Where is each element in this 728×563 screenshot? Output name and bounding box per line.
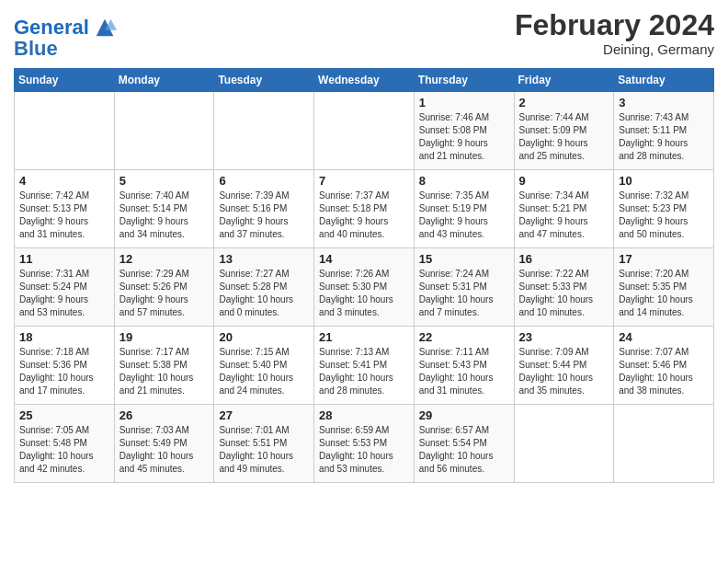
calendar-cell: 26Sunrise: 7:03 AM Sunset: 5:49 PM Dayli… bbox=[114, 405, 214, 483]
calendar-cell bbox=[214, 92, 314, 170]
day-content: Sunrise: 7:20 AM Sunset: 5:35 PM Dayligh… bbox=[619, 268, 709, 319]
calendar-cell: 8Sunrise: 7:35 AM Sunset: 5:19 PM Daylig… bbox=[414, 170, 514, 248]
calendar-cell: 21Sunrise: 7:13 AM Sunset: 5:41 PM Dayli… bbox=[314, 327, 415, 405]
day-content: Sunrise: 7:34 AM Sunset: 5:21 PM Dayligh… bbox=[519, 190, 609, 241]
day-number: 9 bbox=[519, 174, 609, 188]
day-content: Sunrise: 7:24 AM Sunset: 5:31 PM Dayligh… bbox=[419, 268, 509, 319]
day-number: 22 bbox=[419, 330, 509, 344]
day-content: Sunrise: 7:11 AM Sunset: 5:43 PM Dayligh… bbox=[419, 346, 509, 397]
calendar-cell: 27Sunrise: 7:01 AM Sunset: 5:51 PM Dayli… bbox=[214, 405, 314, 483]
day-content: Sunrise: 7:40 AM Sunset: 5:14 PM Dayligh… bbox=[119, 190, 210, 241]
calendar-cell: 29Sunrise: 6:57 AM Sunset: 5:54 PM Dayli… bbox=[414, 405, 514, 483]
calendar-cell bbox=[114, 92, 214, 170]
day-number: 19 bbox=[119, 330, 210, 344]
day-content: Sunrise: 7:37 AM Sunset: 5:18 PM Dayligh… bbox=[319, 190, 409, 241]
day-content: Sunrise: 7:03 AM Sunset: 5:49 PM Dayligh… bbox=[119, 424, 210, 476]
logo-icon bbox=[92, 15, 118, 40]
header-cell-wednesday: Wednesday bbox=[314, 69, 415, 92]
calendar-cell: 13Sunrise: 7:27 AM Sunset: 5:28 PM Dayli… bbox=[214, 248, 314, 327]
day-content: Sunrise: 7:05 AM Sunset: 5:48 PM Dayligh… bbox=[19, 424, 109, 476]
calendar-cell: 28Sunrise: 6:59 AM Sunset: 5:53 PM Dayli… bbox=[314, 405, 415, 483]
day-content: Sunrise: 7:42 AM Sunset: 5:13 PM Dayligh… bbox=[19, 190, 109, 241]
calendar-cell: 15Sunrise: 7:24 AM Sunset: 5:31 PM Dayli… bbox=[414, 248, 514, 327]
calendar-cell: 16Sunrise: 7:22 AM Sunset: 5:33 PM Dayli… bbox=[514, 248, 614, 327]
day-number: 3 bbox=[619, 96, 709, 109]
day-number: 12 bbox=[119, 252, 210, 266]
logo-general: General bbox=[14, 16, 89, 39]
day-content: Sunrise: 7:31 AM Sunset: 5:24 PM Dayligh… bbox=[19, 268, 109, 319]
calendar-cell: 6Sunrise: 7:39 AM Sunset: 5:16 PM Daylig… bbox=[214, 170, 314, 248]
calendar-cell: 7Sunrise: 7:37 AM Sunset: 5:18 PM Daylig… bbox=[314, 170, 415, 248]
calendar-cell: 19Sunrise: 7:17 AM Sunset: 5:38 PM Dayli… bbox=[114, 327, 214, 405]
day-number: 6 bbox=[219, 174, 309, 188]
day-content: Sunrise: 7:13 AM Sunset: 5:41 PM Dayligh… bbox=[319, 346, 409, 397]
calendar-cell: 1Sunrise: 7:46 AM Sunset: 5:08 PM Daylig… bbox=[414, 92, 514, 170]
day-content: Sunrise: 7:44 AM Sunset: 5:09 PM Dayligh… bbox=[519, 111, 609, 163]
header-cell-tuesday: Tuesday bbox=[214, 69, 314, 92]
calendar-cell: 24Sunrise: 7:07 AM Sunset: 5:46 PM Dayli… bbox=[614, 327, 714, 405]
calendar-cell: 10Sunrise: 7:32 AM Sunset: 5:23 PM Dayli… bbox=[614, 170, 714, 248]
day-number: 5 bbox=[119, 174, 210, 188]
calendar-cell: 11Sunrise: 7:31 AM Sunset: 5:24 PM Dayli… bbox=[15, 248, 115, 327]
calendar-cell: 5Sunrise: 7:40 AM Sunset: 5:14 PM Daylig… bbox=[114, 170, 214, 248]
calendar-header: SundayMondayTuesdayWednesdayThursdayFrid… bbox=[15, 69, 714, 92]
day-number: 27 bbox=[219, 408, 309, 422]
day-number: 21 bbox=[319, 330, 409, 344]
day-content: Sunrise: 7:01 AM Sunset: 5:51 PM Dayligh… bbox=[219, 424, 309, 476]
day-content: Sunrise: 7:22 AM Sunset: 5:33 PM Dayligh… bbox=[519, 268, 609, 319]
day-content: Sunrise: 6:59 AM Sunset: 5:53 PM Dayligh… bbox=[319, 424, 409, 476]
day-content: Sunrise: 7:15 AM Sunset: 5:40 PM Dayligh… bbox=[219, 346, 309, 397]
day-content: Sunrise: 7:26 AM Sunset: 5:30 PM Dayligh… bbox=[319, 268, 409, 319]
calendar-cell: 9Sunrise: 7:34 AM Sunset: 5:21 PM Daylig… bbox=[514, 170, 614, 248]
day-number: 14 bbox=[319, 252, 409, 266]
day-number: 7 bbox=[319, 174, 409, 188]
header-cell-thursday: Thursday bbox=[414, 69, 514, 92]
calendar-cell: 22Sunrise: 7:11 AM Sunset: 5:43 PM Dayli… bbox=[414, 327, 514, 405]
calendar-cell bbox=[15, 92, 115, 170]
day-number: 2 bbox=[519, 96, 609, 109]
day-number: 28 bbox=[319, 408, 409, 422]
header-cell-monday: Monday bbox=[114, 69, 214, 92]
calendar-cell: 23Sunrise: 7:09 AM Sunset: 5:44 PM Dayli… bbox=[514, 327, 614, 405]
calendar-cell: 25Sunrise: 7:05 AM Sunset: 5:48 PM Dayli… bbox=[15, 405, 115, 483]
day-number: 11 bbox=[19, 252, 109, 266]
day-number: 17 bbox=[619, 252, 709, 266]
day-content: Sunrise: 7:07 AM Sunset: 5:46 PM Dayligh… bbox=[619, 346, 709, 397]
page-subtitle: Deining, Germany bbox=[515, 41, 714, 57]
day-content: Sunrise: 7:27 AM Sunset: 5:28 PM Dayligh… bbox=[219, 268, 309, 319]
calendar-cell: 12Sunrise: 7:29 AM Sunset: 5:26 PM Dayli… bbox=[114, 248, 214, 327]
day-content: Sunrise: 7:29 AM Sunset: 5:26 PM Dayligh… bbox=[119, 268, 210, 319]
calendar-week-4: 18Sunrise: 7:18 AM Sunset: 5:36 PM Dayli… bbox=[15, 327, 714, 405]
day-number: 15 bbox=[419, 252, 509, 266]
day-content: Sunrise: 7:18 AM Sunset: 5:36 PM Dayligh… bbox=[19, 346, 109, 397]
day-content: Sunrise: 7:09 AM Sunset: 5:44 PM Dayligh… bbox=[519, 346, 609, 397]
day-content: Sunrise: 7:43 AM Sunset: 5:11 PM Dayligh… bbox=[619, 111, 709, 163]
day-content: Sunrise: 7:17 AM Sunset: 5:38 PM Dayligh… bbox=[119, 346, 210, 397]
day-content: Sunrise: 6:57 AM Sunset: 5:54 PM Dayligh… bbox=[419, 424, 509, 476]
calendar-cell: 14Sunrise: 7:26 AM Sunset: 5:30 PM Dayli… bbox=[314, 248, 415, 327]
calendar-week-2: 4Sunrise: 7:42 AM Sunset: 5:13 PM Daylig… bbox=[15, 170, 714, 248]
calendar-week-3: 11Sunrise: 7:31 AM Sunset: 5:24 PM Dayli… bbox=[15, 248, 714, 327]
calendar-week-1: 1Sunrise: 7:46 AM Sunset: 5:08 PM Daylig… bbox=[15, 92, 714, 170]
day-number: 10 bbox=[619, 174, 709, 188]
day-number: 26 bbox=[119, 408, 210, 422]
day-content: Sunrise: 7:35 AM Sunset: 5:19 PM Dayligh… bbox=[419, 190, 509, 241]
day-number: 23 bbox=[519, 330, 609, 344]
day-number: 29 bbox=[419, 408, 509, 422]
day-number: 24 bbox=[619, 330, 709, 344]
calendar-body: 1Sunrise: 7:46 AM Sunset: 5:08 PM Daylig… bbox=[15, 92, 714, 483]
calendar-cell: 3Sunrise: 7:43 AM Sunset: 5:11 PM Daylig… bbox=[614, 92, 714, 170]
day-content: Sunrise: 7:32 AM Sunset: 5:23 PM Dayligh… bbox=[619, 190, 709, 241]
calendar-week-5: 25Sunrise: 7:05 AM Sunset: 5:48 PM Dayli… bbox=[15, 405, 714, 483]
day-number: 18 bbox=[19, 330, 109, 344]
calendar-cell: 18Sunrise: 7:18 AM Sunset: 5:36 PM Dayli… bbox=[15, 327, 115, 405]
calendar-cell bbox=[314, 92, 415, 170]
calendar-cell bbox=[514, 405, 614, 483]
calendar-cell: 20Sunrise: 7:15 AM Sunset: 5:40 PM Dayli… bbox=[214, 327, 314, 405]
header-cell-sunday: Sunday bbox=[15, 69, 115, 92]
day-content: Sunrise: 7:39 AM Sunset: 5:16 PM Dayligh… bbox=[219, 190, 309, 241]
calendar-table: SundayMondayTuesdayWednesdayThursdayFrid… bbox=[14, 68, 714, 483]
day-number: 8 bbox=[419, 174, 509, 188]
logo: General Blue bbox=[14, 15, 118, 61]
day-number: 25 bbox=[19, 408, 109, 422]
